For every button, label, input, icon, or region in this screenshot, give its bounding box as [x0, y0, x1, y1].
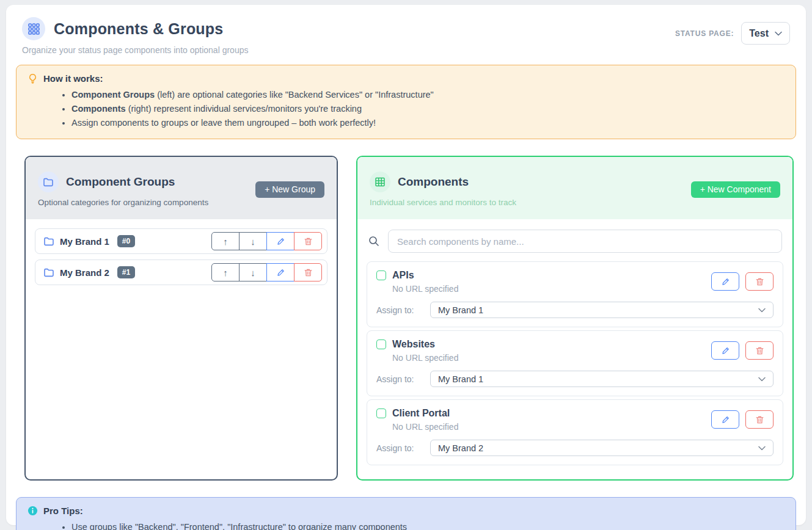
pro-tips-box: Pro Tips: Use groups like "Backend", "Fr…	[16, 497, 796, 530]
search-icon	[368, 235, 380, 247]
trash-icon	[304, 268, 313, 277]
group-name: My Brand 2	[60, 267, 109, 278]
how-it-works-item: Component Groups (left) are optional cat…	[71, 88, 785, 102]
status-page-value: Test	[749, 28, 769, 39]
component-actions	[711, 341, 774, 360]
panels-container: Component Groups Optional categories for…	[16, 156, 796, 481]
components-panel-header: Components Individual services and monit…	[357, 157, 792, 219]
pro-tips-title: Pro Tips:	[43, 506, 83, 516]
chevron-down-icon	[775, 31, 782, 36]
move-down-button[interactable]: ↓	[239, 263, 267, 281]
component-actions	[711, 272, 774, 291]
move-down-button[interactable]: ↓	[239, 232, 267, 250]
folder-icon	[43, 267, 54, 278]
components-list: APIs No URL specified	[357, 219, 792, 479]
edit-group-button[interactable]	[266, 263, 294, 281]
move-up-button[interactable]: ↑	[211, 263, 240, 281]
page-header: Components & Groups Organize your status…	[16, 16, 796, 55]
component-url-note: No URL specified	[392, 353, 458, 363]
new-component-button[interactable]: + New Component	[691, 181, 780, 198]
delete-component-button[interactable]	[745, 272, 774, 291]
edit-group-button[interactable]	[266, 232, 294, 250]
component-name: Websites	[392, 339, 435, 350]
components-panel-title: Components	[398, 175, 469, 189]
folder-icon	[43, 236, 54, 247]
groups-list: My Brand 1 #0 ↑ ↓	[26, 219, 337, 479]
pencil-icon	[721, 415, 730, 424]
component-actions	[711, 410, 774, 429]
chevron-down-icon	[758, 446, 766, 451]
trash-icon	[755, 346, 764, 355]
assign-to-label: Assign to:	[376, 443, 430, 453]
pro-tips-list: Use groups like "Backend", "Frontend", "…	[27, 520, 785, 530]
component-square-icon	[376, 408, 386, 418]
status-page-select[interactable]: Test	[741, 22, 790, 45]
trash-icon	[755, 415, 764, 424]
component-square-icon	[376, 339, 386, 349]
component-name: APIs	[392, 270, 414, 281]
assign-group-select[interactable]: My Brand 2	[430, 440, 774, 456]
pencil-icon	[276, 268, 285, 277]
pencil-icon	[721, 346, 730, 355]
how-it-works-title: How it works:	[43, 73, 103, 84]
groups-panel-subtitle: Optional categories for organizing compo…	[38, 198, 208, 207]
search-input[interactable]	[388, 230, 782, 253]
assigned-group-value: My Brand 2	[438, 443, 483, 453]
new-group-button[interactable]: + New Group	[255, 181, 324, 198]
assigned-group-value: My Brand 1	[438, 305, 483, 315]
move-up-button[interactable]: ↑	[211, 232, 240, 250]
delete-component-button[interactable]	[745, 410, 774, 429]
group-order-badge: #0	[117, 235, 135, 247]
component-card: APIs No URL specified	[367, 261, 783, 327]
group-row: My Brand 2 #1 ↑ ↓	[35, 260, 327, 285]
assigned-group-value: My Brand 1	[438, 374, 483, 384]
folder-icon	[38, 172, 59, 192]
page-title: Components & Groups	[54, 20, 223, 38]
components-grid-icon	[22, 17, 45, 40]
info-icon	[27, 506, 38, 516]
assign-group-select[interactable]: My Brand 1	[430, 302, 774, 318]
page-header-left: Components & Groups Organize your status…	[22, 17, 248, 55]
main-card: Components & Groups Organize your status…	[6, 5, 806, 525]
component-url-note: No URL specified	[392, 422, 458, 432]
component-card: Websites No URL specified	[367, 330, 783, 396]
component-square-icon	[376, 270, 386, 280]
group-order-badge: #1	[117, 266, 135, 278]
how-it-works-list: Component Groups (left) are optional cat…	[27, 88, 785, 130]
pencil-icon	[721, 277, 730, 286]
chevron-down-icon	[758, 308, 766, 313]
page-subtitle: Organize your status page components int…	[22, 45, 248, 55]
pencil-icon	[276, 237, 285, 246]
group-name: My Brand 1	[60, 236, 109, 247]
assign-group-select[interactable]: My Brand 1	[430, 371, 774, 387]
group-actions: ↑ ↓	[211, 232, 322, 250]
assign-to-label: Assign to:	[376, 305, 430, 315]
trash-icon	[755, 277, 764, 286]
delete-group-button[interactable]	[294, 263, 322, 281]
assign-to-label: Assign to:	[376, 374, 430, 384]
pro-tip-item: Use groups like "Backend", "Frontend", "…	[71, 520, 785, 530]
delete-component-button[interactable]	[745, 341, 774, 360]
component-url-note: No URL specified	[392, 284, 458, 294]
edit-component-button[interactable]	[711, 410, 739, 429]
groups-panel-title: Component Groups	[66, 175, 175, 189]
group-actions: ↑ ↓	[211, 263, 322, 281]
edit-component-button[interactable]	[711, 341, 739, 360]
components-panel-subtitle: Individual services and monitors to trac…	[370, 198, 516, 207]
group-row: My Brand 1 #0 ↑ ↓	[35, 228, 327, 254]
how-it-works-item: Components (right) represent individual …	[71, 102, 785, 116]
component-groups-panel: Component Groups Optional categories for…	[24, 156, 338, 481]
edit-component-button[interactable]	[711, 272, 739, 291]
groups-panel-header: Component Groups Optional categories for…	[26, 157, 337, 219]
table-grid-icon	[370, 172, 390, 192]
status-page-label: STATUS PAGE:	[675, 29, 734, 38]
chevron-down-icon	[758, 377, 766, 382]
delete-group-button[interactable]	[294, 232, 322, 250]
status-page-picker: STATUS PAGE: Test	[675, 22, 790, 45]
how-it-works-item: Assign components to groups or leave the…	[71, 116, 785, 130]
component-name: Client Portal	[392, 408, 450, 419]
lightbulb-icon	[27, 73, 38, 84]
search-row	[368, 230, 782, 253]
component-card: Client Portal No URL specified	[367, 399, 783, 465]
components-panel: Components Individual services and monit…	[356, 156, 794, 481]
